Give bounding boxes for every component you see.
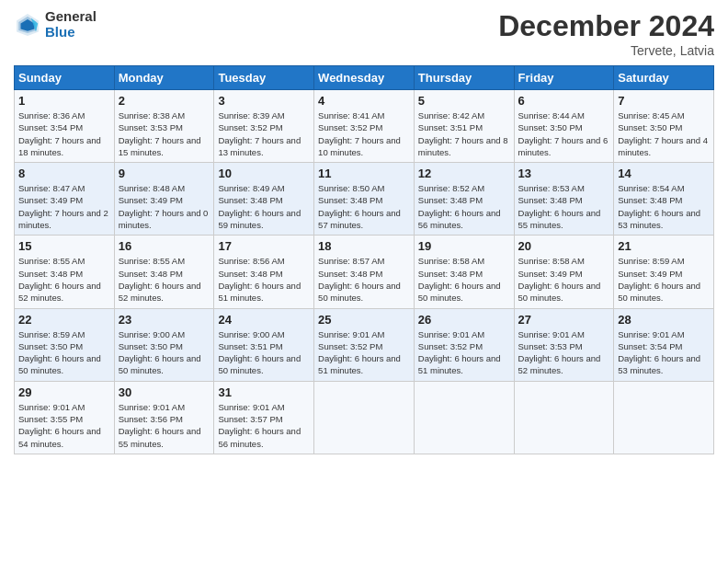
- day-cell-17: 17 Sunrise: 8:56 AM Sunset: 3:48 PM Dayl…: [214, 236, 314, 308]
- day-number: 16: [119, 239, 210, 253]
- day-detail: Sunrise: 9:01 AM Sunset: 3:53 PM Dayligh…: [518, 328, 610, 377]
- location-label: Tervete, Latvia: [498, 43, 714, 58]
- day-detail: Sunrise: 9:01 AM Sunset: 3:52 PM Dayligh…: [318, 328, 410, 377]
- day-number: 24: [218, 313, 310, 327]
- app-logo: General Blue: [14, 9, 97, 40]
- day-number: 20: [518, 239, 610, 253]
- weekday-header-friday: Friday: [514, 66, 614, 90]
- day-detail: Sunrise: 9:00 AM Sunset: 3:50 PM Dayligh…: [119, 328, 210, 377]
- day-number: 15: [18, 239, 110, 253]
- day-detail: Sunrise: 9:01 AM Sunset: 3:56 PM Dayligh…: [119, 401, 210, 450]
- logo-icon: [14, 11, 41, 39]
- day-cell-24: 24 Sunrise: 9:00 AM Sunset: 3:51 PM Dayl…: [214, 308, 314, 381]
- day-detail: Sunrise: 8:56 AM Sunset: 3:48 PM Dayligh…: [218, 255, 310, 304]
- day-detail: Sunrise: 9:01 AM Sunset: 3:57 PM Dayligh…: [218, 401, 310, 450]
- day-detail: Sunrise: 8:38 AM Sunset: 3:53 PM Dayligh…: [119, 109, 210, 158]
- calendar-week-5: 29 Sunrise: 9:01 AM Sunset: 3:55 PM Dayl…: [15, 381, 714, 454]
- weekday-header-monday: Monday: [114, 66, 214, 90]
- day-number: 8: [18, 167, 110, 180]
- day-number: 14: [618, 167, 710, 180]
- day-detail: Sunrise: 8:52 AM Sunset: 3:48 PM Dayligh…: [418, 182, 510, 231]
- day-number: 26: [418, 313, 510, 327]
- day-cell-22: 22 Sunrise: 8:59 AM Sunset: 3:50 PM Dayl…: [15, 308, 115, 381]
- day-cell-9: 9 Sunrise: 8:48 AM Sunset: 3:49 PM Dayli…: [114, 163, 214, 236]
- day-detail: Sunrise: 8:58 AM Sunset: 3:48 PM Dayligh…: [418, 255, 510, 304]
- day-detail: Sunrise: 9:01 AM Sunset: 3:52 PM Dayligh…: [418, 328, 510, 377]
- day-detail: Sunrise: 8:41 AM Sunset: 3:52 PM Dayligh…: [318, 109, 410, 158]
- day-cell-16: 16 Sunrise: 8:55 AM Sunset: 3:48 PM Dayl…: [114, 236, 214, 308]
- day-detail: Sunrise: 8:39 AM Sunset: 3:52 PM Dayligh…: [218, 109, 310, 158]
- day-number: 28: [618, 313, 710, 327]
- day-number: 11: [318, 167, 410, 180]
- day-number: 19: [418, 239, 510, 253]
- day-number: 2: [119, 94, 210, 108]
- day-detail: Sunrise: 8:54 AM Sunset: 3:48 PM Dayligh…: [618, 182, 710, 231]
- day-cell-13: 13 Sunrise: 8:53 AM Sunset: 3:48 PM Dayl…: [514, 163, 614, 236]
- day-cell-1: 1 Sunrise: 8:36 AM Sunset: 3:54 PM Dayli…: [15, 90, 115, 163]
- day-detail: Sunrise: 8:50 AM Sunset: 3:48 PM Dayligh…: [318, 182, 410, 231]
- day-cell-23: 23 Sunrise: 9:00 AM Sunset: 3:50 PM Dayl…: [114, 308, 214, 381]
- day-detail: Sunrise: 8:45 AM Sunset: 3:50 PM Dayligh…: [618, 109, 710, 158]
- day-cell-6: 6 Sunrise: 8:44 AM Sunset: 3:50 PM Dayli…: [514, 90, 614, 163]
- day-cell-15: 15 Sunrise: 8:55 AM Sunset: 3:48 PM Dayl…: [15, 236, 115, 308]
- day-cell-19: 19 Sunrise: 8:58 AM Sunset: 3:48 PM Dayl…: [414, 236, 514, 308]
- day-detail: Sunrise: 8:57 AM Sunset: 3:48 PM Dayligh…: [318, 255, 410, 304]
- title-area: December 2024 Tervete, Latvia: [498, 9, 714, 58]
- day-number: 27: [518, 313, 610, 327]
- day-detail: Sunrise: 8:48 AM Sunset: 3:49 PM Dayligh…: [119, 182, 210, 231]
- day-number: 25: [318, 313, 410, 327]
- day-cell-26: 26 Sunrise: 9:01 AM Sunset: 3:52 PM Dayl…: [414, 308, 514, 381]
- day-detail: Sunrise: 9:00 AM Sunset: 3:51 PM Dayligh…: [218, 328, 310, 377]
- day-cell-27: 27 Sunrise: 9:01 AM Sunset: 3:53 PM Dayl…: [514, 308, 614, 381]
- weekday-header-saturday: Saturday: [614, 66, 714, 90]
- day-detail: Sunrise: 8:59 AM Sunset: 3:50 PM Dayligh…: [18, 328, 110, 377]
- calendar-week-2: 8 Sunrise: 8:47 AM Sunset: 3:49 PM Dayli…: [15, 163, 714, 236]
- day-cell-2: 2 Sunrise: 8:38 AM Sunset: 3:53 PM Dayli…: [114, 90, 214, 163]
- day-cell-4: 4 Sunrise: 8:41 AM Sunset: 3:52 PM Dayli…: [314, 90, 415, 163]
- day-cell-3: 3 Sunrise: 8:39 AM Sunset: 3:52 PM Dayli…: [214, 90, 314, 163]
- calendar-week-1: 1 Sunrise: 8:36 AM Sunset: 3:54 PM Dayli…: [15, 90, 714, 163]
- day-detail: Sunrise: 9:01 AM Sunset: 3:55 PM Dayligh…: [18, 401, 110, 450]
- weekday-header-thursday: Thursday: [414, 66, 514, 90]
- day-cell-5: 5 Sunrise: 8:42 AM Sunset: 3:51 PM Dayli…: [414, 90, 514, 163]
- day-cell-20: 20 Sunrise: 8:58 AM Sunset: 3:49 PM Dayl…: [514, 236, 614, 308]
- day-number: 13: [518, 167, 610, 180]
- day-cell-11: 11 Sunrise: 8:50 AM Sunset: 3:48 PM Dayl…: [314, 163, 415, 236]
- day-cell-31: 31 Sunrise: 9:01 AM Sunset: 3:57 PM Dayl…: [214, 381, 314, 454]
- day-detail: Sunrise: 8:42 AM Sunset: 3:51 PM Dayligh…: [418, 109, 510, 158]
- day-number: 21: [618, 239, 710, 253]
- day-number: 17: [218, 239, 310, 253]
- day-number: 22: [18, 313, 110, 327]
- calendar-week-3: 15 Sunrise: 8:55 AM Sunset: 3:48 PM Dayl…: [15, 236, 714, 308]
- day-number: 3: [218, 94, 310, 108]
- day-number: 7: [618, 94, 710, 108]
- day-number: 29: [18, 385, 110, 399]
- day-cell-18: 18 Sunrise: 8:57 AM Sunset: 3:48 PM Dayl…: [314, 236, 415, 308]
- calendar-week-4: 22 Sunrise: 8:59 AM Sunset: 3:50 PM Dayl…: [15, 308, 714, 381]
- day-number: 12: [418, 167, 510, 180]
- day-detail: Sunrise: 8:59 AM Sunset: 3:49 PM Dayligh…: [618, 255, 710, 304]
- empty-cell: [514, 381, 614, 454]
- day-detail: Sunrise: 8:58 AM Sunset: 3:49 PM Dayligh…: [518, 255, 610, 304]
- day-cell-29: 29 Sunrise: 9:01 AM Sunset: 3:55 PM Dayl…: [15, 381, 115, 454]
- day-cell-12: 12 Sunrise: 8:52 AM Sunset: 3:48 PM Dayl…: [414, 163, 514, 236]
- day-detail: Sunrise: 9:01 AM Sunset: 3:54 PM Dayligh…: [618, 328, 710, 377]
- day-number: 23: [119, 313, 210, 327]
- day-cell-30: 30 Sunrise: 9:01 AM Sunset: 3:56 PM Dayl…: [114, 381, 214, 454]
- day-number: 10: [218, 167, 310, 180]
- day-number: 6: [518, 94, 610, 108]
- day-detail: Sunrise: 8:47 AM Sunset: 3:49 PM Dayligh…: [18, 182, 110, 231]
- day-detail: Sunrise: 8:49 AM Sunset: 3:48 PM Dayligh…: [218, 182, 310, 231]
- month-title: December 2024: [498, 9, 714, 43]
- day-detail: Sunrise: 8:55 AM Sunset: 3:48 PM Dayligh…: [18, 255, 110, 304]
- day-number: 30: [119, 385, 210, 399]
- day-cell-21: 21 Sunrise: 8:59 AM Sunset: 3:49 PM Dayl…: [614, 236, 714, 308]
- empty-cell: [614, 381, 714, 454]
- day-cell-10: 10 Sunrise: 8:49 AM Sunset: 3:48 PM Dayl…: [214, 163, 314, 236]
- day-number: 4: [318, 94, 410, 108]
- day-detail: Sunrise: 8:53 AM Sunset: 3:48 PM Dayligh…: [518, 182, 610, 231]
- day-detail: Sunrise: 8:55 AM Sunset: 3:48 PM Dayligh…: [119, 255, 210, 304]
- day-cell-14: 14 Sunrise: 8:54 AM Sunset: 3:48 PM Dayl…: [614, 163, 714, 236]
- page-header: General Blue December 2024 Tervete, Latv…: [14, 9, 714, 58]
- weekday-header-sunday: Sunday: [15, 66, 115, 90]
